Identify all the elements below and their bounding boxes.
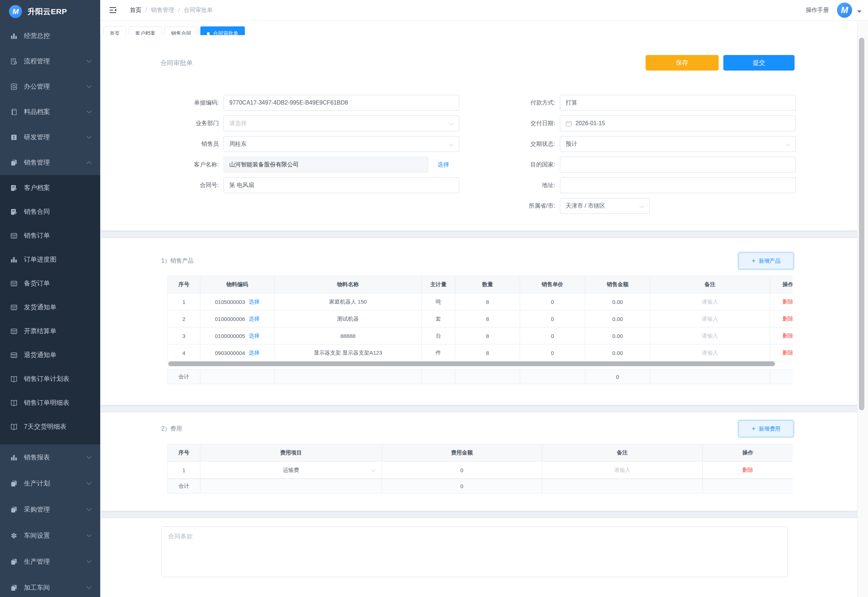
delivery-status-label: 交期状态: bbox=[499, 140, 560, 148]
delete-row-link[interactable]: 删除 bbox=[770, 327, 793, 344]
fees-card: 2）费用 + 新增费用 序号 费用项目 费用金额 备注 操作 bbox=[101, 413, 857, 511]
sidebar-item-material-archives[interactable]: 料品档案 bbox=[0, 99, 100, 125]
avatar-dropdown-caret[interactable] bbox=[857, 10, 862, 15]
price-cell[interactable]: 0 bbox=[520, 327, 585, 344]
sidebar-item-sales-order-detail[interactable]: 销售订单明细表 bbox=[0, 391, 100, 414]
remark-input[interactable]: 请输入 bbox=[650, 310, 770, 327]
chevron-down-icon bbox=[785, 141, 790, 146]
contract-no-input[interactable]: 第 电风扇 bbox=[224, 177, 459, 193]
delivery-status-select[interactable]: 预计 bbox=[560, 136, 795, 152]
unit: 吨 bbox=[422, 293, 455, 310]
breadcrumb-sales-mgmt[interactable]: 销售管理 bbox=[151, 6, 174, 14]
sidebar-item-stock-order[interactable]: 备货订单 bbox=[0, 271, 100, 295]
customer-select-link[interactable]: 选择 bbox=[438, 161, 449, 169]
delete-row-link[interactable]: 删除 bbox=[770, 293, 793, 310]
add-fee-button[interactable]: + 新增费用 bbox=[739, 420, 794, 437]
doc-no-input[interactable]: 9770CA17-3497-4DB2-995E-B49E9CF61BD8 bbox=[224, 95, 459, 111]
quantity-cell[interactable]: 8 bbox=[455, 293, 520, 310]
sidebar-item-production-plan[interactable]: 生产计划 bbox=[0, 470, 100, 496]
price-cell[interactable]: 0 bbox=[520, 345, 585, 361]
sidebar-item-production-mgmt[interactable]: 生产管理 bbox=[0, 548, 100, 575]
manual-link[interactable]: 操作手册 bbox=[806, 6, 829, 14]
remark-input[interactable]: 请输入 bbox=[650, 293, 770, 310]
open-tabs-bar: 首页 客户档案 销售合同 合同审批单 bbox=[100, 21, 868, 35]
vertical-scrollbar[interactable] bbox=[857, 21, 868, 597]
save-button[interactable]: 保存 bbox=[646, 55, 718, 71]
pages-icon bbox=[10, 159, 18, 166]
dest-country-label: 目的国家: bbox=[499, 161, 560, 169]
sidebar-item-sales-report[interactable]: 销售报表 bbox=[0, 444, 100, 470]
remark-input[interactable]: 请输入 bbox=[650, 327, 770, 344]
fees-table: 序号 费用项目 费用金额 备注 操作 1 运输费 bbox=[167, 444, 793, 493]
chevron-down-icon bbox=[87, 108, 92, 113]
dest-country-input[interactable] bbox=[560, 157, 795, 172]
delivery-date-picker[interactable]: 2026-01-15 bbox=[560, 116, 795, 131]
province-select[interactable]: 天津市 / 市辖区 bbox=[560, 198, 650, 214]
sidebar-item-7day-delivery-detail[interactable]: 7天交货明细表 bbox=[0, 414, 100, 438]
sidebar-item-rnd-mgmt[interactable]: 研发管理 bbox=[0, 125, 100, 150]
logo-icon: M bbox=[9, 5, 22, 18]
price-cell[interactable]: 0 bbox=[520, 310, 585, 327]
sidebar-item-purchase-mgmt[interactable]: 采购管理 bbox=[0, 496, 100, 523]
delivery-date-label: 交付日期: bbox=[499, 120, 560, 127]
chevron-up-icon bbox=[87, 161, 92, 166]
sidebar-item-sales-mgmt[interactable]: 销售管理 bbox=[0, 150, 100, 175]
select-material-link[interactable]: 选择 bbox=[249, 349, 260, 356]
sidebar-item-shipping-notice[interactable]: 发货通知单 bbox=[0, 295, 100, 319]
customer-label: 客户名称: bbox=[160, 161, 224, 169]
salesman-label: 销售员 bbox=[160, 140, 224, 148]
sidebar-item-sales-order-plan[interactable]: 销售订单计划表 bbox=[0, 367, 100, 391]
select-material-link[interactable]: 选择 bbox=[249, 315, 260, 322]
select-material-link[interactable]: 选择 bbox=[249, 298, 260, 305]
erp-app: M 升阳云ERP 经营总控 流程管理 办公管理 料品档案 研发管理 bbox=[0, 0, 868, 597]
sidebar-item-office-mgmt[interactable]: 办公管理 bbox=[0, 74, 100, 99]
sidebar-item-processing-workshop[interactable]: 加工车间 bbox=[0, 575, 100, 597]
chevron-down-icon bbox=[449, 121, 454, 126]
select-material-link[interactable]: 选择 bbox=[249, 333, 260, 339]
address-input[interactable] bbox=[560, 177, 795, 193]
dept-select[interactable]: 请选择 bbox=[224, 116, 459, 131]
amount-cell: 0.00 bbox=[585, 310, 650, 327]
horizontal-scrollbar[interactable] bbox=[168, 361, 792, 366]
material-code-cell: 0100000005 选择 bbox=[200, 327, 274, 344]
delete-row-link[interactable]: 删除 bbox=[703, 462, 793, 478]
delete-row-link[interactable]: 删除 bbox=[770, 310, 793, 327]
breadcrumb-home[interactable]: 首页 bbox=[130, 6, 141, 14]
contract-terms-textarea[interactable]: 合同条款 bbox=[161, 526, 788, 577]
quantity-cell[interactable]: 8 bbox=[455, 345, 520, 361]
total-amount: 0 bbox=[382, 479, 542, 493]
app-logo: M 升阳云ERP bbox=[0, 0, 100, 23]
sidebar-item-workshop-settings[interactable]: 车间设置 bbox=[0, 523, 100, 548]
menu-fold-icon[interactable] bbox=[108, 6, 117, 15]
sidebar-item-sales-contract[interactable]: 销售合同 bbox=[0, 200, 100, 224]
app-name: 升阳云ERP bbox=[28, 6, 67, 16]
notebook-icon bbox=[10, 83, 18, 91]
product-row: 3 0100000005 选择 88888 台 8 0 0.00 请输入 删除 bbox=[168, 327, 793, 345]
remark-input[interactable]: 请输入 bbox=[650, 345, 770, 361]
submit-button[interactable]: 提交 bbox=[723, 55, 795, 71]
table-icon bbox=[10, 232, 18, 239]
open-book-icon bbox=[10, 423, 18, 431]
sidebar-item-order-progress[interactable]: 订单进度图 bbox=[0, 248, 100, 271]
fee-amount-cell[interactable]: 0 bbox=[382, 462, 542, 478]
sidebar-item-invoice-settlement[interactable]: 开票结算单 bbox=[0, 319, 100, 343]
fee-item-select[interactable]: 运输费 bbox=[200, 462, 382, 478]
price-cell[interactable]: 0 bbox=[520, 293, 585, 310]
vertical-scrollbar-thumb[interactable] bbox=[859, 38, 864, 410]
delete-row-link[interactable]: 删除 bbox=[770, 345, 793, 361]
user-avatar[interactable]: M bbox=[837, 3, 852, 18]
sidebar-item-flow-mgmt[interactable]: 流程管理 bbox=[0, 49, 100, 74]
quantity-cell[interactable]: 8 bbox=[455, 327, 520, 344]
sidebar-item-customer-archives[interactable]: 客户档案 bbox=[0, 176, 100, 200]
sidebar-item-sales-order[interactable]: 销售订单 bbox=[0, 224, 100, 248]
bar-chart-icon bbox=[10, 32, 18, 40]
contract-form: 单据编码: 9770CA17-3497-4DB2-995E-B49E9CF61B… bbox=[160, 95, 795, 218]
add-product-button[interactable]: + 新增产品 bbox=[739, 252, 794, 269]
horizontal-scrollbar-thumb[interactable] bbox=[168, 361, 775, 366]
sidebar-item-return-notice[interactable]: 退货通知单 bbox=[0, 343, 100, 367]
salesman-select[interactable]: 周桂东 bbox=[224, 136, 459, 152]
payment-input[interactable]: 打算 bbox=[560, 95, 795, 111]
sidebar-item-business-control[interactable]: 经营总控 bbox=[0, 23, 100, 49]
quantity-cell[interactable]: 8 bbox=[455, 310, 520, 327]
remark-input[interactable]: 请输入 bbox=[542, 462, 703, 478]
